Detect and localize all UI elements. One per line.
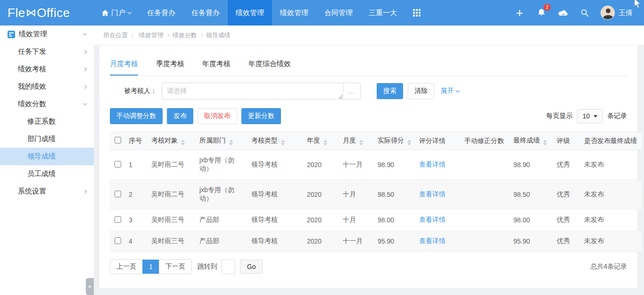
- table-row: 3 吴时雨三号 产品部 领导考核 2020 十月 98.00 查看详情 98.0…: [110, 210, 642, 231]
- cell-published: 未发布: [581, 150, 642, 180]
- search-button[interactable]: [579, 7, 590, 18]
- page-size-select[interactable]: 10: [577, 109, 603, 123]
- sidebar-collapse-button[interactable]: «: [86, 278, 94, 295]
- nav-item-task-supervision-2[interactable]: 任务督办: [183, 0, 228, 25]
- column-header-rating: 评级: [554, 132, 581, 150]
- sort-icon[interactable]: [181, 140, 185, 145]
- app-logo: Fle⋈Office: [0, 0, 94, 25]
- row-checkbox[interactable]: [115, 237, 121, 244]
- assessee-picker-button[interactable]: ...: [343, 83, 361, 100]
- assessee-input-group: ...: [162, 83, 361, 100]
- cell-type: 领导考核: [248, 180, 304, 210]
- nav-item-three-major[interactable]: 三重一大: [361, 0, 405, 25]
- sort-icon[interactable]: [543, 140, 547, 145]
- column-header-final: 最终成绩: [511, 132, 554, 150]
- next-page-button[interactable]: 下一页: [159, 259, 192, 274]
- cell-dept: 产品部: [197, 210, 248, 231]
- collapse-icon: «: [88, 283, 91, 290]
- nav-item-portal[interactable]: 门户: [94, 0, 139, 25]
- mouse-cursor: [633, 0, 642, 9]
- view-detail-link[interactable]: 查看详情: [419, 160, 446, 168]
- cloud-button[interactable]: [557, 7, 569, 18]
- nav-item-label: 绩效管理: [236, 8, 264, 17]
- cell-target: 吴时雨三号: [149, 231, 197, 252]
- nav-item-performance-active[interactable]: 绩效管理: [228, 0, 272, 25]
- row-checkbox[interactable]: [115, 191, 121, 197]
- page-size-suffix: 条记录: [607, 112, 627, 120]
- expand-link[interactable]: 展开: [441, 87, 459, 95]
- sidebar-item-my-performance[interactable]: 我的绩效: [0, 78, 94, 95]
- sidebar-item-label: 绩效管理: [19, 30, 47, 39]
- unpublish-button[interactable]: 取消发布: [198, 108, 237, 124]
- publish-button[interactable]: 发布: [167, 108, 193, 124]
- assessee-input[interactable]: [162, 83, 343, 100]
- sidebar-item-task-dispatch[interactable]: 任务下发: [0, 43, 94, 60]
- sidebar-item-leader-scores[interactable]: 领导成绩: [0, 148, 94, 165]
- sidebar-item-department-scores[interactable]: 部门成绩: [0, 130, 94, 148]
- sidebar-item-label: 任务下发: [18, 47, 46, 56]
- cell-seq: 1: [126, 150, 149, 180]
- prev-page-button[interactable]: 上一页: [110, 259, 143, 274]
- notifications-button[interactable]: 2: [536, 7, 547, 18]
- nav-item-label: 三重一大: [369, 8, 397, 17]
- column-header-published: 是否发布最终成绩: [581, 132, 642, 150]
- tab-annual-comprehensive[interactable]: 年度综合绩效: [248, 59, 291, 76]
- update-score-button[interactable]: 更新分数: [241, 108, 281, 124]
- view-detail-link[interactable]: 查看详情: [419, 237, 446, 244]
- row-checkbox[interactable]: [115, 216, 121, 223]
- sort-icon[interactable]: [323, 140, 327, 145]
- manual-adjust-score-button[interactable]: 手动调整分数: [110, 108, 163, 124]
- filter-row: 被考核人： ... 搜索 清除 展开: [110, 83, 627, 100]
- page-number-1[interactable]: 1: [142, 260, 159, 274]
- cell-dept: 产品部: [197, 231, 248, 252]
- caret-down-icon: [594, 115, 597, 118]
- sort-icon[interactable]: [359, 140, 363, 145]
- select-all-checkbox[interactable]: [115, 137, 121, 143]
- search-submit-button[interactable]: 搜索: [377, 83, 403, 99]
- sidebar-item-label: 我的绩效: [18, 82, 46, 91]
- column-header-score: 实际得分: [375, 132, 416, 150]
- sort-icon[interactable]: [281, 140, 285, 145]
- sidebar-item-performance-assessment[interactable]: 绩效考核: [0, 60, 94, 78]
- breadcrumb-item-leader-scores[interactable]: 领导成绩: [206, 31, 231, 40]
- cell-type: 领导考核: [248, 231, 304, 252]
- apps-menu-button[interactable]: [405, 0, 429, 25]
- view-detail-link[interactable]: 查看详情: [419, 216, 446, 223]
- cell-final: 98.00: [511, 210, 554, 231]
- sidebar-item-employee-scores[interactable]: 员工成绩: [0, 165, 94, 183]
- table-header-row: 序号 考核对象 所属部门 考核类型 年度 月度 实际得分 评分详情 手动修正分数…: [110, 132, 642, 150]
- nav-item-task-supervision-1[interactable]: 任务督办: [139, 0, 183, 25]
- cell-year: 2020: [304, 231, 340, 252]
- cell-year: 2020: [304, 210, 340, 231]
- apps-grid-icon: [413, 9, 421, 17]
- cell-target: 吴时雨二号: [149, 180, 197, 210]
- clear-button[interactable]: 清除: [408, 83, 434, 99]
- tab-monthly[interactable]: 月度考核: [110, 59, 138, 76]
- page-size-control: 每页显示 10 条记录: [546, 109, 627, 123]
- row-checkbox[interactable]: [115, 161, 121, 168]
- jump-page-input[interactable]: [221, 260, 235, 274]
- user-menu[interactable]: 王倩: [601, 6, 633, 20]
- breadcrumb-separator-icon: [166, 34, 170, 37]
- tab-annual[interactable]: 年度考核: [202, 59, 231, 76]
- sidebar-item-system-settings[interactable]: 系统设置: [0, 183, 94, 200]
- add-button[interactable]: +: [514, 7, 525, 18]
- nav-item-performance-2[interactable]: 绩效管理: [272, 0, 316, 25]
- go-button[interactable]: Go: [240, 260, 263, 274]
- nav-item-contract[interactable]: 合同管理: [316, 0, 361, 25]
- breadcrumb-item-performance[interactable]: 绩效管理: [139, 31, 164, 40]
- sidebar-item-correction-coefficient[interactable]: 修正系数: [0, 113, 94, 130]
- nav-item-label: 任务督办: [147, 8, 175, 17]
- logo-text: Fle: [8, 6, 25, 20]
- sort-icon[interactable]: [407, 140, 411, 145]
- sort-icon[interactable]: [229, 140, 233, 145]
- sidebar-item-performance-root[interactable]: 绩效管理: [0, 25, 94, 43]
- table-row: 2 吴时雨二号 jxb专用（勿动） 领导考核 2020 十月 98.50 查看详…: [110, 180, 642, 210]
- view-detail-link[interactable]: 查看详情: [419, 190, 446, 198]
- breadcrumb-item-score[interactable]: 绩效分数: [173, 31, 197, 40]
- sidebar-item-performance-score[interactable]: 绩效分数: [0, 95, 94, 113]
- tab-quarterly[interactable]: 季度考核: [156, 59, 184, 76]
- cell-manual: [462, 231, 511, 252]
- nav-item-label: 门户: [111, 8, 125, 17]
- cell-manual: [462, 180, 511, 210]
